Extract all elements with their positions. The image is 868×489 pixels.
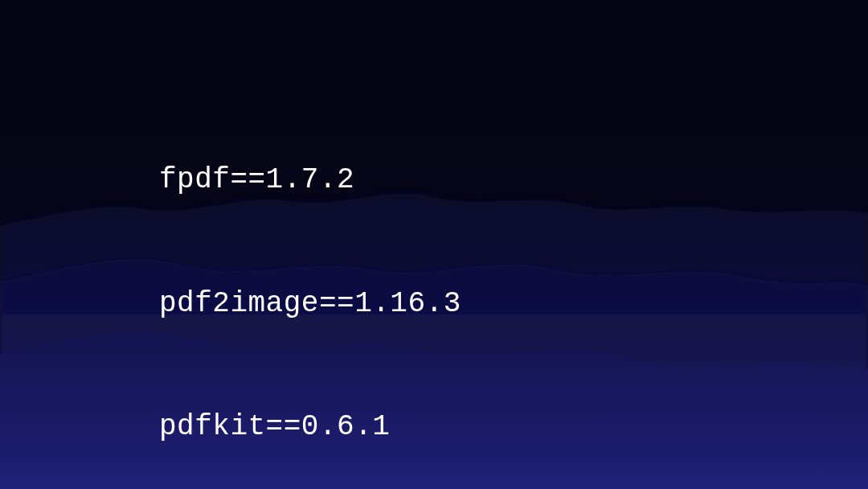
requirement-line: pdf2image==1.16.3 [159, 283, 550, 324]
requirement-line: fpdf==1.7.2 [159, 159, 550, 200]
requirements-code-block: fpdf==1.7.2 pdf2image==1.16.3 pdfkit==0.… [159, 77, 550, 489]
requirement-line: pdfkit==0.6.1 [159, 406, 550, 447]
